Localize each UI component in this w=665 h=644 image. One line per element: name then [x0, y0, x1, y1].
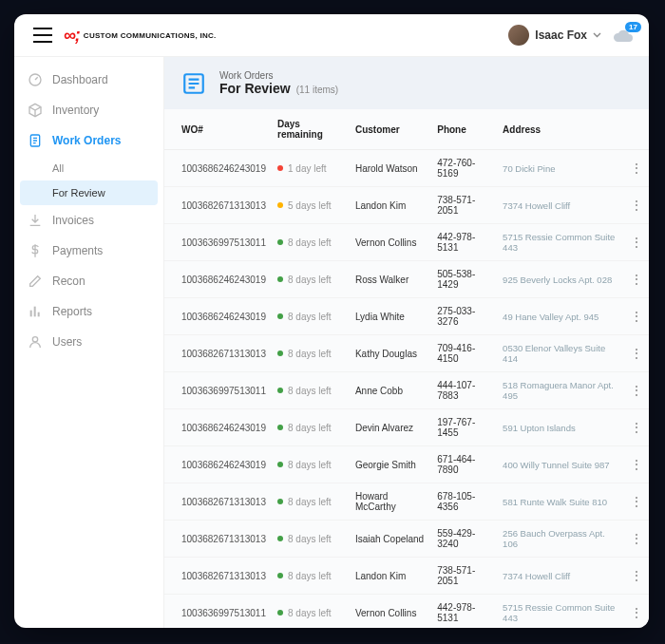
- nav-users[interactable]: Users: [14, 327, 163, 357]
- cloud-sync[interactable]: 17: [613, 28, 634, 43]
- cell-days: 8 days left: [272, 446, 350, 483]
- cell-customer: Howard McCarthy: [350, 483, 431, 521]
- status-dot: [277, 350, 283, 356]
- page-sup: Work Orders: [219, 70, 338, 81]
- menu-toggle[interactable]: [29, 24, 56, 47]
- cell-wo: 1003682671313013: [164, 521, 272, 558]
- sidebar: DashboardInventoryWork OrdersAllFor Revi…: [14, 57, 164, 628]
- cell-days: 8 days left: [272, 372, 350, 409]
- notif-badge: 17: [625, 22, 641, 32]
- row-menu[interactable]: ⋮: [624, 261, 649, 298]
- cell-customer: Isaiah Copeland: [350, 521, 431, 558]
- row-menu[interactable]: ⋮: [624, 335, 649, 372]
- cell-address: 5715 Ressie Common Suite 443: [497, 224, 624, 261]
- cell-customer: Vernon Collins: [350, 224, 431, 261]
- cell-wo: 1003682671313013: [164, 483, 272, 521]
- cell-customer: Harold Watson: [350, 150, 431, 187]
- table-row[interactable]: 10036862462430198 days leftLydia White27…: [164, 298, 649, 335]
- nav-dashboard[interactable]: Dashboard: [14, 65, 163, 95]
- cell-wo: 1003686246243019: [164, 298, 272, 335]
- table-row[interactable]: 10036826713130138 days leftIsaiah Copela…: [164, 521, 649, 558]
- status-dot: [277, 313, 283, 319]
- nav-label: Reports: [52, 305, 92, 318]
- row-menu[interactable]: ⋮: [624, 224, 649, 261]
- table-row[interactable]: 10036369975130118 days leftVernon Collin…: [164, 224, 649, 261]
- cell-customer: Devin Alvarez: [350, 409, 431, 446]
- user-menu[interactable]: Isaac Fox: [508, 25, 601, 46]
- cell-days: 8 days left: [272, 595, 350, 629]
- nav-work-orders[interactable]: Work Orders: [14, 125, 163, 156]
- col-header[interactable]: Address: [497, 109, 624, 150]
- col-header[interactable]: Phone: [431, 109, 497, 150]
- status-dot: [277, 499, 283, 504]
- work-orders-table: WO#Days remainingCustomerPhoneAddress 10…: [164, 109, 649, 628]
- cell-address: 5715 Ressie Common Suite 443: [497, 595, 624, 629]
- cell-wo: 1003686246243019: [164, 446, 272, 483]
- row-menu[interactable]: ⋮: [624, 595, 649, 629]
- row-menu[interactable]: ⋮: [624, 150, 649, 187]
- cell-wo: 1003682671313013: [164, 558, 272, 595]
- nav-label: Inventory: [52, 104, 99, 117]
- cell-address: 925 Beverly Locks Apt. 028: [497, 261, 624, 298]
- page-count: (11 items): [296, 85, 338, 95]
- bars-icon: [28, 304, 43, 319]
- subnav-all[interactable]: All: [14, 156, 163, 180]
- table-row[interactable]: 10036369975130118 days leftAnne Cobb444-…: [164, 372, 649, 409]
- nav-reports[interactable]: Reports: [14, 296, 163, 327]
- table-row[interactable]: 10036826713130138 days leftHoward McCart…: [164, 483, 649, 521]
- cell-customer: Vernon Collins: [350, 595, 431, 629]
- col-header[interactable]: Days remaining: [272, 109, 350, 150]
- cell-address: 70 Dicki Pine: [497, 150, 624, 187]
- cell-days: 8 days left: [272, 335, 350, 372]
- cell-phone: 197-767-1455: [431, 409, 497, 446]
- cell-wo: 1003686246243019: [164, 409, 272, 446]
- row-menu[interactable]: ⋮: [624, 521, 649, 558]
- status-dot: [277, 388, 283, 393]
- table-row[interactable]: 10036826713130138 days leftLandon Kim738…: [164, 558, 649, 595]
- nav-label: Recon: [52, 275, 86, 288]
- table-row[interactable]: 10036862462430191 day leftHarold Watson4…: [164, 150, 649, 187]
- row-menu[interactable]: ⋮: [624, 409, 649, 446]
- cell-address: 591 Upton Islands: [497, 409, 624, 446]
- nav-label: Dashboard: [52, 73, 108, 86]
- subnav-for-review[interactable]: For Review: [20, 180, 158, 205]
- table-row[interactable]: 10036826713130138 days leftKathy Douglas…: [164, 335, 649, 372]
- table-row[interactable]: 10036862462430198 days leftDevin Alvarez…: [164, 409, 649, 446]
- cell-days: 8 days left: [272, 261, 350, 298]
- cell-customer: Landon Kim: [350, 558, 431, 595]
- row-menu[interactable]: ⋮: [624, 298, 649, 335]
- status-dot: [277, 202, 283, 208]
- cell-wo: 1003636997513011: [164, 372, 272, 409]
- row-menu[interactable]: ⋮: [624, 446, 649, 483]
- cell-phone: 709-416-4150: [431, 335, 497, 372]
- col-header[interactable]: WO#: [164, 109, 272, 150]
- svg-rect-3: [34, 307, 36, 317]
- row-menu[interactable]: ⋮: [624, 483, 649, 521]
- table-row[interactable]: 10036862462430198 days leftRoss Walker50…: [164, 261, 649, 298]
- svg-rect-4: [38, 313, 40, 317]
- svg-rect-2: [30, 311, 32, 317]
- download-icon: [28, 213, 43, 228]
- avatar: [508, 25, 529, 46]
- user-icon: [28, 334, 43, 350]
- svg-point-5: [32, 337, 37, 342]
- status-dot: [277, 536, 283, 541]
- row-menu[interactable]: ⋮: [624, 558, 649, 595]
- cell-phone: 444-107-7883: [431, 372, 497, 409]
- table-row[interactable]: 10036826713130135 days leftLandon Kim738…: [164, 187, 649, 224]
- cell-phone: 559-429-3240: [431, 521, 497, 558]
- nav-invoices[interactable]: Invoices: [14, 205, 163, 236]
- nav-recon[interactable]: Recon: [14, 266, 163, 296]
- nav-inventory[interactable]: Inventory: [14, 95, 163, 125]
- clipboard-icon: [181, 71, 206, 96]
- logo-mark-icon: ∞;: [64, 26, 80, 46]
- table-row[interactable]: 10036862462430198 days leftGeorgie Smith…: [164, 446, 649, 483]
- main-content: Work Orders For Review (11 items) WO#Day…: [164, 57, 649, 628]
- table-row[interactable]: 10036369975130118 days leftVernon Collin…: [164, 595, 649, 629]
- row-menu[interactable]: ⋮: [624, 187, 649, 224]
- dashboard-icon: [28, 72, 43, 87]
- nav-label: Invoices: [52, 214, 94, 227]
- col-header[interactable]: Customer: [350, 109, 431, 150]
- row-menu[interactable]: ⋮: [624, 372, 649, 409]
- nav-payments[interactable]: Payments: [14, 236, 163, 266]
